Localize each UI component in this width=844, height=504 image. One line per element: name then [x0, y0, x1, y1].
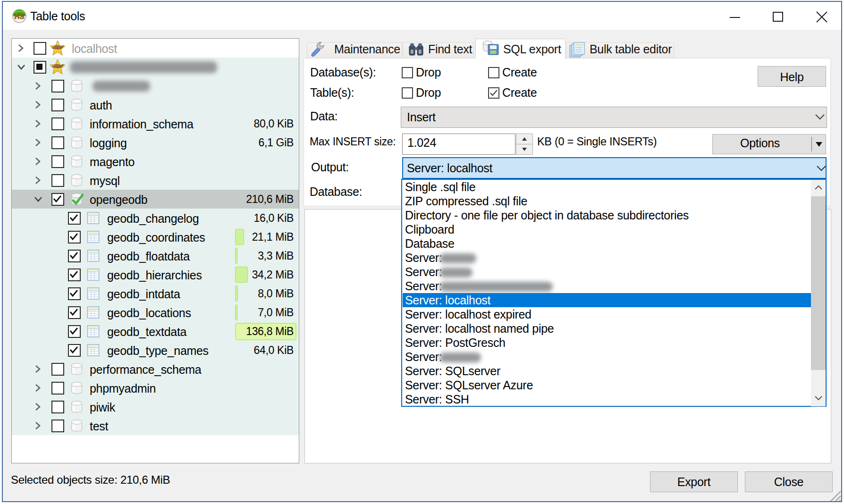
svg-text:HS: HS — [15, 12, 25, 20]
